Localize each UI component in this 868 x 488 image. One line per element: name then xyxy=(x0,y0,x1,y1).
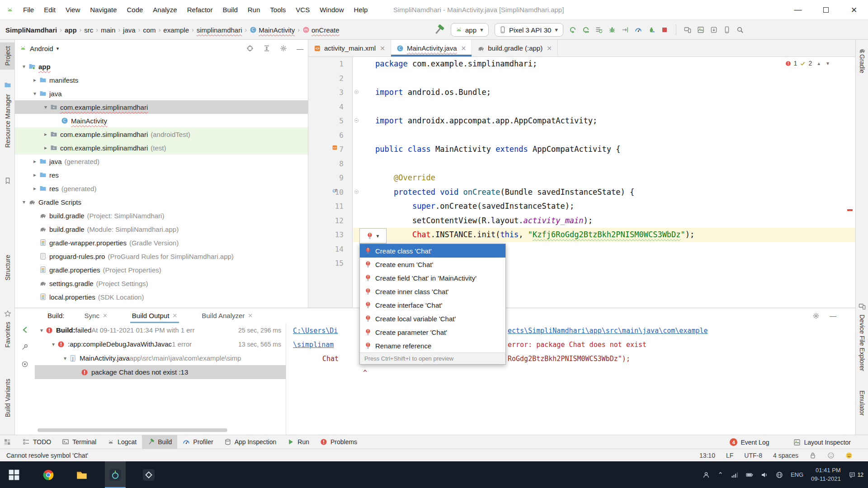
hide-panel-icon[interactable]: — xyxy=(297,45,303,52)
tree-item-com-example-simplinamdhari[interactable]: ▸com.example.simplinamdhari(test) xyxy=(15,141,308,155)
battery-icon[interactable] xyxy=(746,471,753,479)
code-line-9[interactable]: 9 @Override xyxy=(308,171,855,185)
tree-item-java[interactable]: ▾java xyxy=(15,87,308,100)
language-indicator[interactable]: ENG xyxy=(791,471,803,478)
breadcrumb-app[interactable]: app xyxy=(65,26,77,34)
build-tab-build-analyzer[interactable]: Build Analyzer✕ xyxy=(200,308,255,323)
editor-tab-mainactivity-java[interactable]: CMainActivity.java✕ xyxy=(391,40,472,56)
sidebar-tab-build-variants[interactable]: Build Variants xyxy=(0,375,15,421)
fold-marker-icon[interactable] xyxy=(354,189,359,195)
project-view-selector[interactable]: Android xyxy=(30,45,53,52)
tree-chevron[interactable]: ▸ xyxy=(30,172,39,178)
menu-run[interactable]: Run xyxy=(243,0,265,20)
profile-debug-icon[interactable] xyxy=(648,26,655,33)
sidebar-tab-structure[interactable]: Structure xyxy=(0,251,15,284)
attach-debugger-icon[interactable] xyxy=(622,26,629,33)
clock[interactable]: 01:41 PM09-11-2021 xyxy=(811,466,841,483)
run-icon[interactable] xyxy=(569,26,576,33)
encoding-indicator[interactable]: UTF-8 xyxy=(744,452,762,459)
menu-help[interactable]: Help xyxy=(349,0,373,20)
horizontal-scrollbar[interactable] xyxy=(38,428,227,432)
sdk-manager-icon[interactable] xyxy=(710,26,717,33)
related-xml-icon[interactable]: <> xyxy=(332,145,338,150)
build-settings-gear-icon[interactable] xyxy=(812,312,820,319)
code-line-6[interactable]: 6 xyxy=(308,128,855,143)
build-tab-build-output[interactable]: Build Output✕ xyxy=(130,308,179,323)
stop-icon[interactable] xyxy=(661,26,668,33)
code-line-13[interactable]: 13 Chat.INSTANCE.init(this, "Kzfj6RoGdg2… xyxy=(308,228,855,242)
menu-view[interactable]: View xyxy=(61,0,85,20)
code-line-10[interactable]: 10 protected void onCreate(Bundle savedI… xyxy=(308,185,855,200)
menu-file[interactable]: File xyxy=(18,0,39,20)
tree-item-com-example-simplinamdhari[interactable]: ▸com.example.simplinamdhari(androidTest) xyxy=(15,127,308,141)
build-tab-sync[interactable]: Sync✕ xyxy=(83,308,109,323)
breadcrumb-java[interactable]: java xyxy=(123,26,136,34)
sidebar-tab-device-file-explorer[interactable]: Device File Explorer xyxy=(856,311,868,375)
code-line-12[interactable]: 12 setContentView(R.layout.activity_main… xyxy=(308,214,855,228)
fold-marker-icon[interactable] xyxy=(354,89,359,95)
android-studio-taskbar-icon[interactable] xyxy=(105,461,126,488)
console-text[interactable]: ects\SimpliNamdhari\app\src\main\java\co… xyxy=(508,327,708,335)
intention-bulb-button[interactable]: ! ▼ xyxy=(359,228,387,244)
editor-tab-build-gradle-app-[interactable]: build.gradle (:app)✕ xyxy=(472,40,558,56)
apply-changes-icon[interactable] xyxy=(595,26,603,33)
close-tab-icon[interactable]: ✕ xyxy=(380,45,385,52)
sidebar-tab-emulator[interactable]: Emulator xyxy=(856,387,868,419)
locate-file-icon[interactable] xyxy=(246,45,254,52)
intention-item-2[interactable]: !Create field 'Chat' in 'MainActivity' xyxy=(360,271,505,285)
tree-item-build-gradle[interactable]: build.gradle(Project: SimpliNamdhari) xyxy=(15,209,308,222)
tree-chevron[interactable]: ▾ xyxy=(19,63,28,70)
debug-icon[interactable] xyxy=(609,26,616,33)
tree-item-res[interactable]: ▸res(generated) xyxy=(15,182,308,195)
menu-build[interactable]: Build xyxy=(217,0,242,20)
code-line-3[interactable]: 3import android.os.Bundle; xyxy=(308,85,855,100)
tool-window-switcher-icon[interactable] xyxy=(4,438,11,446)
close-tab-icon[interactable]: ✕ xyxy=(248,312,253,319)
maximize-button[interactable] xyxy=(812,0,840,20)
sidebar-tab-gradle[interactable]: Gradle xyxy=(856,43,868,77)
run-config-select[interactable]: app▼ xyxy=(451,23,489,37)
menu-navigate[interactable]: Navigate xyxy=(85,0,122,20)
device-select[interactable]: Pixel 3 API 30▼ xyxy=(495,23,563,37)
start-button-icon[interactable] xyxy=(4,461,24,488)
intention-item-3[interactable]: !Create inner class 'Chat' xyxy=(360,285,505,298)
settings-gear-icon[interactable] xyxy=(280,45,287,52)
bookmark-stripe-icon[interactable] xyxy=(0,174,15,188)
tree-chevron[interactable]: ▾ xyxy=(30,90,39,97)
console-text[interactable]: C:\Users\Di xyxy=(293,327,338,335)
intention-item-4[interactable]: !Create interface 'Chat' xyxy=(360,298,505,312)
breadcrumb-simplinamdhari[interactable]: simplinamdhari xyxy=(197,26,242,34)
menu-tools[interactable]: Tools xyxy=(265,0,291,20)
close-tab-icon[interactable]: ✕ xyxy=(172,312,177,319)
code-line-5[interactable]: 5import androidx.appcompat.app.AppCompat… xyxy=(308,114,855,128)
sidebar-tab-favorites[interactable]: Favorites xyxy=(0,318,15,352)
search-icon[interactable] xyxy=(736,26,744,33)
smiley-outline-icon[interactable] xyxy=(827,452,835,459)
file-explorer-icon[interactable] xyxy=(71,461,92,488)
menu-vcs[interactable]: VCS xyxy=(291,0,315,20)
tree-item-java[interactable]: ▸java(generated) xyxy=(15,155,308,168)
tree-item-gradle-properties[interactable]: gradle.properties(Project Properties) xyxy=(15,263,308,277)
menu-window[interactable]: Window xyxy=(315,0,349,20)
toolwindow-button-event-log[interactable]: 4Event Log xyxy=(724,435,774,449)
fold-marker-icon[interactable] xyxy=(354,117,359,123)
toolwindow-button-app-inspection[interactable]: App Inspection xyxy=(219,435,282,449)
breadcrumb-oncreate[interactable]: monCreate xyxy=(302,26,340,34)
tree-item-app[interactable]: ▾app xyxy=(15,60,308,73)
cellular-signal-icon[interactable] xyxy=(731,471,738,479)
tree-chevron[interactable]: ▸ xyxy=(30,158,39,164)
breadcrumb-simplinamdhari[interactable]: SimpliNamdhari xyxy=(5,26,57,34)
profiler-icon[interactable] xyxy=(635,26,642,33)
toolwindow-button-logcat[interactable]: Logcat xyxy=(102,435,142,449)
tree-item-build-gradle[interactable]: build.gradle(Module: SimpliNamdhari.app) xyxy=(15,222,308,236)
tree-chevron[interactable]: ▸ xyxy=(41,131,50,137)
tray-expand-icon[interactable]: ⌃ xyxy=(717,471,723,479)
menu-code[interactable]: Code xyxy=(122,0,148,20)
close-tab-icon[interactable]: ✕ xyxy=(461,45,467,52)
tree-chevron[interactable]: ▸ xyxy=(30,77,39,83)
tree-item-com-example-simplinamdhari[interactable]: ▾com.example.simplinamdhari xyxy=(15,100,308,114)
indent-indicator[interactable]: 4 spaces xyxy=(773,452,798,459)
toolwindow-button-problems[interactable]: !Problems xyxy=(315,435,363,449)
device-manager-icon[interactable] xyxy=(684,26,691,33)
minimize-button[interactable]: — xyxy=(784,0,812,20)
